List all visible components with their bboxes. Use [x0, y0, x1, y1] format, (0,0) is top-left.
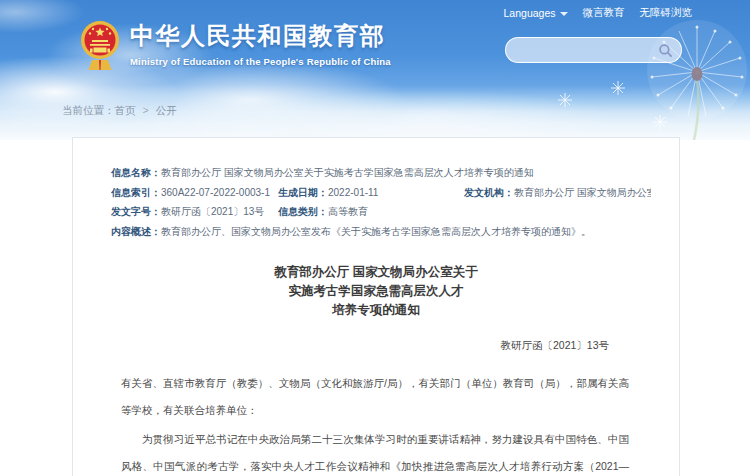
info-date-label: 生成日期： [278, 183, 328, 203]
info-category-value: 高等教育 [328, 202, 368, 222]
info-name-value: 教育部办公厅 国家文物局办公室关于实施考古学国家急需高层次人才培养专项的通知 [161, 163, 534, 183]
national-emblem-logo [80, 20, 120, 76]
info-row-summary: 内容概述： 教育部办公厅、国家文物局办公室发布《关于实施考古学国家急需高层次人才… [111, 222, 651, 242]
link-accessibility[interactable]: 无障碍浏览 [640, 6, 693, 20]
info-docno-value: 教研厅函〔2021〕13号 [161, 202, 264, 222]
breadcrumb-current[interactable]: 公开 [156, 104, 177, 116]
breadcrumb-prefix: 当前位置： [62, 104, 115, 116]
breadcrumb: 当前位置：首页>公开 [62, 104, 177, 118]
info-issuer-value: 教育部办公厅 国家文物局办公室 [514, 183, 651, 203]
salutation-paragraph: 有关省、直辖市教育厅（教委）、文物局（文化和旅游厅/局），有关部门（单位）教育司… [121, 370, 629, 424]
info-issuer-label: 发文机构： [464, 183, 514, 203]
breadcrumb-home[interactable]: 首页 [115, 104, 136, 116]
weiyan-label: 微言教育 [583, 6, 625, 20]
document-panel: 信息名称： 教育部办公厅 国家文物局办公室关于实施考古学国家急需高层次人才培养专… [72, 137, 680, 476]
info-docno-label: 发文字号： [111, 202, 161, 222]
search-input[interactable] [518, 44, 658, 56]
accessibility-label: 无障碍浏览 [640, 6, 693, 20]
info-row-docno: 发文字号： 教研厅函〔2021〕13号 信息类别： 高等教育 [111, 202, 651, 222]
languages-label: Languages [504, 7, 556, 19]
info-index-value: 360A22-07-2022-0003-1 [161, 183, 270, 203]
languages-menu[interactable]: Languages [504, 7, 568, 19]
info-date-value: 2022-01-11 [328, 183, 378, 203]
chevron-down-icon [560, 12, 568, 16]
site-subtitle: Ministry of Education of the People's Re… [130, 56, 391, 67]
info-row-name: 信息名称： 教育部办公厅 国家文物局办公室关于实施考古学国家急需高层次人才培养专… [111, 163, 651, 183]
site-title: 中华人民共和国教育部 [130, 20, 391, 52]
moe-gov-page: Languages 微言教育 无障碍浏览 [0, 0, 750, 476]
search-icon[interactable] [658, 43, 673, 58]
link-weiyan-jiaoyu[interactable]: 微言教育 [583, 6, 625, 20]
site-brand[interactable]: 中华人民共和国教育部 Ministry of Education of the … [80, 20, 391, 76]
info-summary-label: 内容概述： [111, 222, 161, 242]
document-body: 有关省、直辖市教育厅（教委）、文物局（文化和旅游厅/局），有关部门（单位）教育司… [73, 370, 679, 476]
document-title-line3: 培养专项的通知 [93, 301, 659, 320]
info-summary-value: 教育部办公厅、国家文物局办公室发布《关于实施考古学国家急需高层次人才培养专项的通… [161, 222, 591, 242]
top-menu: Languages 微言教育 无障碍浏览 [504, 6, 692, 20]
brand-text: 中华人民共和国教育部 Ministry of Education of the … [130, 20, 391, 67]
document-number: 教研厅函〔2021〕13号 [73, 339, 679, 353]
info-row-index: 信息索引： 360A22-07-2022-0003-1 生成日期： 2022-0… [111, 183, 651, 203]
search-box[interactable] [505, 37, 682, 63]
breadcrumb-separator: > [143, 104, 149, 116]
document-title-line2: 实施考古学国家急需高层次人才 [93, 282, 659, 301]
info-table: 信息名称： 教育部办公厅 国家文物局办公室关于实施考古学国家急需高层次人才培养专… [73, 138, 679, 241]
site-header: Languages 微言教育 无障碍浏览 [0, 0, 750, 140]
info-name-label: 信息名称： [111, 163, 161, 183]
document-title: 教育部办公厅 国家文物局办公室关于 实施考古学国家急需高层次人才 培养专项的通知 [93, 263, 659, 320]
info-category-label: 信息类别： [278, 202, 328, 222]
document-title-line1: 教育部办公厅 国家文物局办公室关于 [93, 263, 659, 282]
body-paragraph: 为贯彻习近平总书记在中央政治局第二十三次集体学习时的重要讲话精神，努力建设具有中… [121, 426, 629, 476]
info-index-label: 信息索引： [111, 183, 161, 203]
